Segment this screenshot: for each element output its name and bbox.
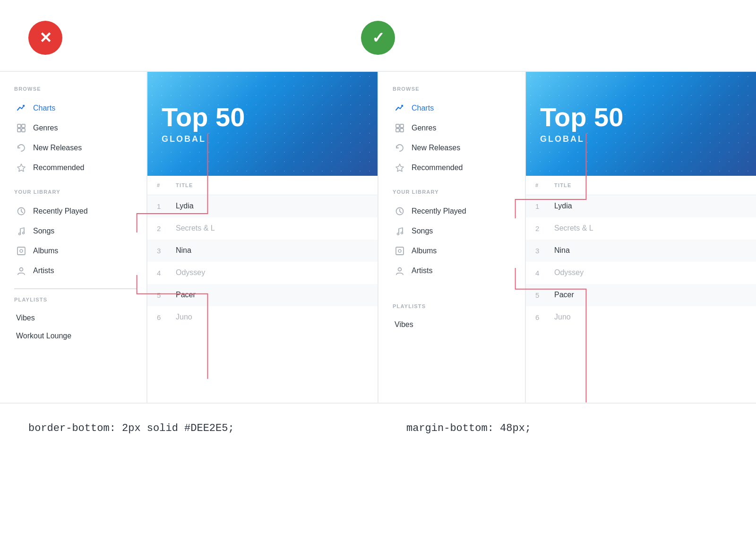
right-library-section: YOUR LIBRARY Recently Played	[393, 189, 515, 281]
track-row[interactable]: 6 Juno	[526, 306, 756, 328]
left-recommended-label: Recommended	[33, 164, 85, 172]
left-sidebar: BROWSE Charts	[0, 72, 146, 403]
track-row[interactable]: 1 Lydia	[526, 195, 756, 217]
left-playlists-label: PLAYLISTS	[14, 297, 137, 302]
right-songs[interactable]: Songs	[393, 221, 515, 241]
good-code-label: margin-bottom: 48px;	[350, 422, 728, 434]
track-row[interactable]: 3 Nina	[526, 240, 756, 262]
right-artists-icon	[395, 266, 405, 276]
svg-marker-4	[17, 164, 25, 172]
svg-point-6	[19, 233, 21, 235]
track-row[interactable]: 6 Juno	[147, 306, 378, 328]
svg-point-20	[398, 250, 401, 252]
right-header-num: #	[535, 182, 554, 188]
right-recently-played-icon	[395, 206, 405, 216]
svg-point-18	[401, 232, 403, 234]
left-new-releases-label: New Releases	[33, 144, 82, 152]
left-artists[interactable]: Artists	[14, 261, 137, 281]
right-sidebar: BROWSE Charts	[378, 72, 525, 403]
left-playlists-section: PLAYLISTS Vibes Workout Lounge	[14, 297, 137, 345]
right-genres-label: Genres	[412, 124, 436, 132]
new-releases-icon	[16, 143, 26, 153]
svg-marker-15	[396, 164, 404, 172]
left-hero-subtitle: GLOBAL	[162, 134, 206, 144]
right-genres-icon	[395, 123, 405, 133]
track-row[interactable]: 4 Odyssey	[526, 262, 756, 284]
svg-rect-3	[22, 129, 25, 132]
left-panel: BROWSE Charts	[0, 72, 378, 403]
right-albums-icon	[395, 246, 405, 256]
svg-point-7	[23, 232, 25, 234]
left-genres-label: Genres	[33, 124, 58, 132]
genres-icon	[16, 123, 26, 133]
right-nav-new-releases[interactable]: New Releases	[393, 138, 515, 158]
track-row[interactable]: 1 Lydia	[147, 195, 378, 217]
right-nav-recommended[interactable]: Recommended	[393, 158, 515, 178]
svg-point-9	[20, 250, 23, 252]
good-icon[interactable]: ✓	[361, 21, 395, 55]
left-albums-label: Albums	[33, 247, 58, 255]
svg-rect-14	[400, 129, 404, 132]
right-panel: BROWSE Charts	[378, 72, 756, 403]
right-nav-genres[interactable]: Genres	[393, 118, 515, 138]
right-artists[interactable]: Artists	[393, 261, 515, 281]
albums-icon	[16, 246, 26, 256]
recommended-icon	[16, 163, 26, 173]
track-row[interactable]: 3 Nina	[147, 240, 378, 262]
left-albums[interactable]: Albums	[14, 241, 137, 261]
svg-rect-8	[17, 247, 25, 255]
track-row[interactable]: 5 Pacer	[147, 284, 378, 306]
svg-rect-19	[396, 247, 404, 255]
right-playlist-vibes[interactable]: Vibes	[393, 316, 515, 334]
right-albums-label: Albums	[412, 247, 437, 255]
track-row[interactable]: 2 Secrets & L	[147, 217, 378, 240]
right-nav-charts[interactable]: Charts	[393, 98, 515, 118]
left-nav-charts[interactable]: Charts	[14, 98, 137, 118]
left-charts-label: Charts	[33, 104, 55, 112]
left-browse-label: BROWSE	[14, 86, 137, 92]
recently-played-icon	[16, 206, 26, 216]
good-icon-wrapper: ✓	[361, 21, 395, 55]
right-playlists-label: PLAYLISTS	[393, 303, 515, 309]
left-songs-label: Songs	[33, 227, 54, 235]
svg-rect-12	[400, 124, 404, 128]
svg-rect-2	[17, 129, 21, 132]
right-header-title: TITLE	[554, 182, 747, 188]
left-recently-played[interactable]: Recently Played	[14, 201, 137, 221]
track-row[interactable]: 2 Secrets & L	[526, 217, 756, 240]
right-recently-played[interactable]: Recently Played	[393, 201, 515, 221]
left-nav-recommended[interactable]: Recommended	[14, 158, 137, 178]
right-main-content: Top 50 GLOBAL # TITLE 1 Lydia 2 Secrets …	[526, 72, 756, 403]
artists-icon	[16, 266, 26, 276]
svg-rect-1	[22, 124, 25, 128]
left-nav-new-releases[interactable]: New Releases	[14, 138, 137, 158]
right-new-releases-icon	[395, 143, 405, 153]
left-track-header: # TITLE	[147, 176, 378, 195]
left-track-list: # TITLE 1 Lydia 2 Secrets & L 3 Nina 4	[147, 176, 378, 328]
left-recently-played-label: Recently Played	[33, 207, 88, 215]
left-playlist-vibes[interactable]: Vibes	[14, 309, 137, 327]
left-nav-genres[interactable]: Genres	[14, 118, 137, 138]
svg-rect-13	[396, 129, 399, 132]
left-library-section: YOUR LIBRARY Recently Played	[14, 189, 137, 289]
left-header-num: #	[157, 182, 176, 188]
right-track-list: # TITLE 1 Lydia 2 Secrets & L 3 Nina 4	[526, 176, 756, 328]
right-albums[interactable]: Albums	[393, 241, 515, 261]
bad-code-label: border-bottom: 2px solid #DEE2E5;	[28, 422, 350, 434]
left-artists-label: Artists	[33, 267, 54, 275]
right-artists-label: Artists	[412, 267, 432, 275]
svg-point-17	[397, 233, 399, 235]
svg-rect-0	[17, 124, 21, 128]
right-recommended-icon	[395, 163, 405, 173]
left-header-title: TITLE	[176, 182, 368, 188]
svg-point-10	[20, 268, 23, 271]
track-row[interactable]: 5 Pacer	[526, 284, 756, 306]
left-playlist-workout[interactable]: Workout Lounge	[14, 327, 137, 345]
right-charts-icon	[395, 103, 405, 113]
bad-icon[interactable]: ✕	[28, 21, 62, 55]
left-songs[interactable]: Songs	[14, 221, 137, 241]
right-playlists-section: PLAYLISTS Vibes	[393, 303, 515, 334]
charts-icon	[16, 103, 26, 113]
top-icons-row: ✕ ✓	[0, 0, 756, 71]
track-row[interactable]: 4 Odyssey	[147, 262, 378, 284]
